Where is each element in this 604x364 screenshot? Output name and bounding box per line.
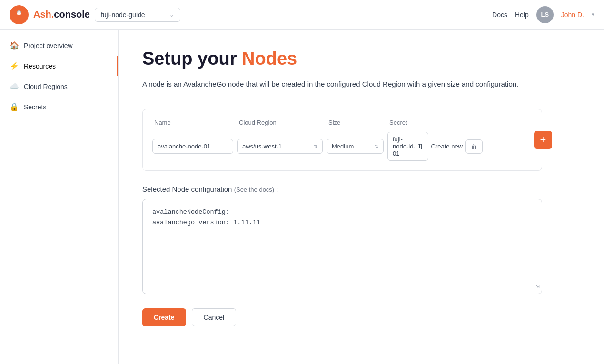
col-header-secret: Secret	[389, 119, 485, 126]
logo-icon	[10, 5, 29, 24]
nodes-table-container: Name Cloud Region Size Secret aws/us-wes…	[142, 109, 542, 171]
table-row: aws/us-west-1 ⇅ Medium ⇅ fuji-node-id-01…	[152, 132, 532, 161]
help-link[interactable]: Help	[515, 11, 529, 19]
config-label: Selected Node configuration (See the doc…	[142, 185, 580, 193]
table-header: Name Cloud Region Size Secret	[152, 119, 532, 126]
home-icon: 🏠	[10, 41, 19, 50]
size-select[interactable]: Medium ⇅	[327, 139, 384, 154]
cloud-icon: ☁️	[10, 82, 19, 91]
title-static: Setup your	[142, 49, 242, 69]
main-content: Setup your Nodes A node is an AvalancheG…	[119, 30, 604, 364]
size-value: Medium	[332, 143, 354, 150]
docs-link[interactable]: Docs	[492, 11, 507, 19]
sidebar-item-label: Cloud Regions	[24, 83, 68, 90]
create-new-secret-button[interactable]: Create new	[431, 143, 463, 150]
project-selector[interactable]: fuji-node-guide ⌄	[95, 8, 180, 22]
app-logo-text: Ash.console	[33, 9, 90, 20]
title-highlight: Nodes	[242, 49, 297, 69]
user-menu-chevron-icon[interactable]: ▾	[592, 11, 594, 18]
header-right: Docs Help LS John D. ▾	[492, 6, 594, 23]
secret-arrows-icon: ⇅	[418, 143, 423, 150]
config-docs-link[interactable]: (See the docs)	[234, 186, 275, 193]
secret-value: fuji-node-id-01	[393, 136, 416, 157]
trash-icon: 🗑	[471, 143, 477, 150]
secret-select[interactable]: fuji-node-id-01 ⇅	[387, 132, 428, 161]
col-header-cloud-region: Cloud Region	[239, 119, 325, 126]
sidebar-item-resources[interactable]: ⚡ Resources	[0, 56, 118, 76]
page-description: A node is an AvalancheGo node that will …	[142, 79, 533, 90]
action-buttons: Create Cancel	[142, 308, 580, 326]
config-label-text: Selected Node configuration	[142, 185, 232, 193]
size-arrows-icon: ⇅	[375, 144, 378, 149]
add-node-button[interactable]: +	[534, 131, 552, 149]
sidebar: 🏠 Project overview ⚡ Resources ☁️ Cloud …	[0, 30, 119, 364]
cancel-button[interactable]: Cancel	[192, 308, 237, 326]
layout: 🏠 Project overview ⚡ Resources ☁️ Cloud …	[0, 30, 604, 364]
col-header-actions	[488, 119, 530, 126]
resize-handle-icon[interactable]: ⇲	[536, 281, 540, 292]
config-colon: :	[274, 185, 278, 193]
header: Ash.console fuji-node-guide ⌄ Docs Help …	[0, 0, 604, 30]
project-selector-value: fuji-node-guide	[101, 11, 145, 19]
sidebar-item-secrets[interactable]: 🔒 Secrets	[0, 97, 118, 117]
sidebar-item-label: Resources	[24, 62, 56, 70]
node-name-input[interactable]	[152, 139, 233, 154]
project-selector-chevron-icon: ⌄	[169, 11, 174, 18]
page-title: Setup your Nodes	[142, 49, 580, 69]
resources-icon: ⚡	[10, 61, 19, 70]
cloud-region-arrows-icon: ⇅	[314, 144, 317, 149]
header-left: Ash.console fuji-node-guide ⌄	[10, 5, 180, 24]
col-header-name: Name	[154, 119, 235, 126]
sidebar-item-cloud-regions[interactable]: ☁️ Cloud Regions	[0, 76, 118, 97]
sidebar-item-label: Secrets	[24, 103, 46, 111]
create-button[interactable]: Create	[142, 308, 186, 326]
config-line-2: avalanchego_version: 1.11.11	[152, 217, 532, 228]
config-section: Selected Node configuration (See the doc…	[142, 185, 580, 294]
secret-area: fuji-node-id-01 ⇅ Create new 🗑	[387, 132, 483, 161]
avatar: LS	[536, 6, 554, 23]
config-line-1: avalancheNodeConfig:	[152, 207, 532, 217]
sidebar-item-project-overview[interactable]: 🏠 Project overview	[0, 35, 118, 56]
user-name[interactable]: John D.	[561, 11, 584, 19]
col-header-size: Size	[328, 119, 386, 126]
cloud-region-value: aws/us-west-1	[242, 143, 282, 150]
lock-icon: 🔒	[10, 102, 19, 111]
config-editor[interactable]: avalancheNodeConfig: avalanchego_version…	[142, 199, 542, 294]
sidebar-item-label: Project overview	[24, 42, 73, 49]
cloud-region-select[interactable]: aws/us-west-1 ⇅	[237, 139, 323, 154]
logo-brand: Ash	[33, 9, 51, 20]
delete-row-button[interactable]: 🗑	[465, 139, 483, 154]
logo-suffix: console	[54, 9, 90, 20]
